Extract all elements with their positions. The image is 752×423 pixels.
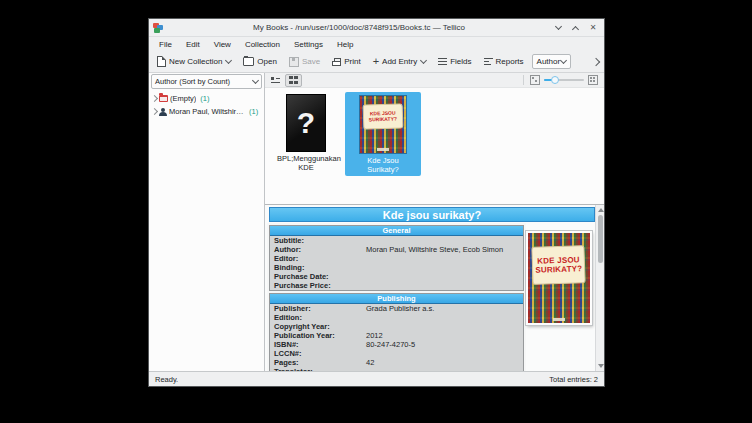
fields-icon	[438, 58, 447, 65]
open-button[interactable]: Open	[239, 55, 281, 68]
icon-size-slider[interactable]	[544, 76, 584, 84]
tellico-window: My Books - /run/user/1000/doc/8748f915/B…	[148, 18, 605, 387]
person-icon	[159, 108, 167, 116]
publisher-mark	[553, 318, 565, 321]
chevron-down-icon	[420, 57, 427, 64]
plus-icon: +	[373, 57, 379, 66]
icon-view: ? BPL;Menggunakan KDE KDE JSOU SURIKATY?…	[265, 88, 604, 204]
app-icon	[153, 23, 163, 33]
cover-title-banner: KDE JSOU SURIKATY?	[363, 103, 403, 129]
total-entries: Total entries: 2	[549, 375, 598, 384]
field-row: Author:Moran Paul, Wiltshire Steve, Ecob…	[270, 245, 523, 254]
save-button[interactable]: Save	[285, 55, 324, 69]
field-row: Purchase Price:	[270, 281, 523, 290]
chevron-down-icon	[252, 77, 259, 84]
grid-view-icon	[289, 76, 298, 84]
group-label: (Empty)	[170, 94, 196, 103]
open-folder-icon	[243, 57, 254, 66]
surikaty-cover-thumbnail: KDE JSOU SURIKATY?	[359, 95, 407, 154]
reports-icon	[484, 58, 493, 65]
section-header: General	[270, 226, 523, 236]
toolbar-overflow-button[interactable]	[589, 57, 603, 67]
slider-handle[interactable]	[551, 76, 559, 84]
group-count: (1)	[249, 107, 258, 116]
fields-button[interactable]: Fields	[434, 55, 475, 68]
menubar: File Edit View Collection Settings Help	[149, 37, 604, 51]
window-title: My Books - /run/user/1000/doc/8748f915/B…	[163, 23, 555, 32]
menu-collection[interactable]: Collection	[239, 38, 286, 51]
chevron-down-icon	[225, 57, 232, 64]
print-label: Print	[344, 57, 360, 66]
group-sort-value: Author (Sort by Count)	[155, 77, 230, 86]
field-row: Subtitle:	[270, 236, 523, 245]
section-general: General Subtitle: Author:Moran Paul, Wil…	[269, 225, 524, 291]
view-header	[265, 73, 604, 88]
group-by-value: Author	[537, 57, 561, 66]
folder-icon	[159, 95, 168, 102]
menu-file[interactable]: File	[153, 38, 178, 51]
field-row: ISBN#:80-247-4270-5	[270, 340, 523, 349]
detail-scrollbar[interactable]	[595, 205, 604, 371]
field-row: Edition:	[270, 313, 523, 322]
statusbar: Ready. Total entries: 2	[149, 371, 604, 386]
separator	[523, 75, 524, 85]
field-row: Binding:	[270, 263, 523, 272]
entry-label: Kde Jsou Surikaty?	[353, 157, 413, 174]
scroll-up-icon[interactable]	[598, 208, 604, 212]
scroll-down-icon[interactable]	[598, 364, 604, 368]
scrollbar-thumb[interactable]	[598, 215, 603, 263]
maximize-icon[interactable]	[572, 24, 580, 32]
reports-button[interactable]: Reports	[480, 55, 528, 68]
chevron-down-icon	[560, 57, 567, 64]
list-view-icon	[271, 77, 280, 84]
save-label: Save	[302, 57, 320, 66]
close-icon[interactable]: ✕	[589, 24, 597, 32]
reports-label: Reports	[496, 57, 524, 66]
add-entry-label: Add Entry	[382, 57, 417, 66]
entry-pane: ? BPL;Menggunakan KDE KDE JSOU SURIKATY?…	[265, 73, 604, 371]
entry-kde-jsou-surikaty[interactable]: KDE JSOU SURIKATY? Kde Jsou Surikaty?	[345, 92, 421, 176]
fields-label: Fields	[450, 57, 471, 66]
group-by-select[interactable]: Author	[532, 54, 572, 69]
icon-view-toggle[interactable]	[285, 74, 302, 87]
expander-icon[interactable]	[151, 95, 158, 102]
minimize-icon[interactable]	[555, 24, 563, 32]
menu-help[interactable]: Help	[331, 38, 359, 51]
menu-edit[interactable]: Edit	[180, 38, 206, 51]
publisher-mark	[377, 148, 389, 151]
new-document-icon	[157, 56, 166, 67]
cover-title-banner: KDE JSOU SURIKATY?	[532, 245, 587, 285]
field-row: Publication Year:2012	[270, 331, 523, 340]
main-area: Author (Sort by Count) (Empty) (1) Moran…	[149, 73, 604, 371]
field-row: Publisher:Grada Publisher a.s.	[270, 304, 523, 313]
field-row: LCCN#:	[270, 349, 523, 358]
titlebar[interactable]: My Books - /run/user/1000/doc/8748f915/B…	[149, 19, 604, 37]
expander-icon[interactable]	[151, 108, 158, 115]
large-icons-icon[interactable]	[588, 75, 598, 85]
list-view-toggle[interactable]	[268, 75, 283, 86]
group-panel: Author (Sort by Count) (Empty) (1) Moran…	[149, 73, 265, 371]
group-tree: (Empty) (1) Moran Paul, Wiltshire Steve,…	[149, 90, 264, 120]
group-item-empty[interactable]: (Empty) (1)	[149, 92, 264, 105]
printer-icon	[332, 58, 341, 66]
field-row: Pages:42	[270, 358, 523, 367]
new-collection-button[interactable]: New Collection	[153, 54, 235, 69]
status-message: Ready.	[155, 375, 178, 384]
menu-settings[interactable]: Settings	[288, 38, 329, 51]
question-glyph: ?	[297, 106, 315, 140]
entry-detail-view: Kde jsou surikaty? General Subtitle: Aut…	[265, 204, 604, 371]
field-row: Copyright Year:	[270, 322, 523, 331]
add-entry-button[interactable]: + Add Entry	[369, 55, 431, 68]
small-icons-icon[interactable]	[530, 75, 540, 85]
surikaty-cover-image: KDE JSOU SURIKATY?	[526, 231, 592, 325]
entry-label: BPL;Menggunakan KDE	[277, 155, 335, 172]
icon-size-control	[523, 75, 601, 85]
print-button[interactable]: Print	[328, 55, 364, 68]
menu-view[interactable]: View	[208, 38, 237, 51]
section-publishing: Publishing Publisher:Grada Publisher a.s…	[269, 293, 524, 371]
entry-bpl-menggunakan-kde[interactable]: ? BPL;Menggunakan KDE	[277, 92, 335, 172]
group-item-author[interactable]: Moran Paul, Wiltshire Steve, Ec... (1)	[149, 105, 264, 118]
group-count: (1)	[200, 94, 209, 103]
group-sort-select[interactable]: Author (Sort by Count)	[151, 74, 262, 89]
open-label: Open	[257, 57, 277, 66]
